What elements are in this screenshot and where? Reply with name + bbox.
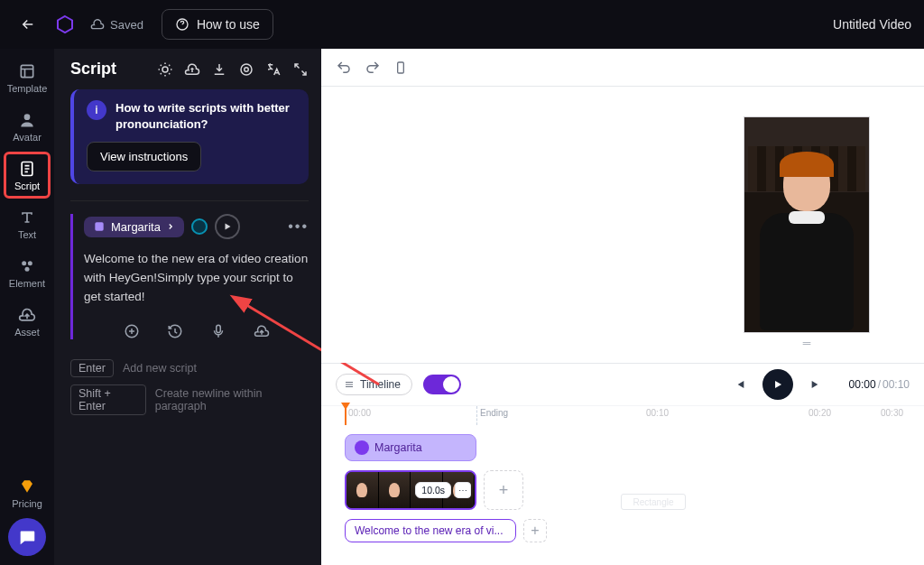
script-icon	[17, 159, 37, 179]
script-panel: Script i How to write scripts with bette…	[54, 49, 321, 565]
ending-label: Ending	[480, 408, 508, 418]
svg-rect-12	[216, 325, 220, 332]
avatar-name-chip[interactable]: Margarita	[84, 217, 184, 237]
svg-point-7	[162, 67, 168, 72]
rail-avatar[interactable]: Avatar	[4, 103, 51, 150]
logo-icon	[52, 12, 78, 37]
rail-template[interactable]: Template	[4, 54, 51, 101]
tracks: Margarita 1 10.0s ⋯ + Welcome to the	[321, 425, 924, 565]
inspire-icon[interactable]	[157, 61, 173, 78]
svg-point-5	[28, 261, 32, 265]
diamond-icon	[17, 477, 37, 496]
timeline-toggle[interactable]	[423, 375, 461, 394]
pronunciation-callout: i How to write scripts with better prono…	[70, 89, 309, 184]
info-icon: i	[87, 100, 106, 120]
ai-icon[interactable]	[238, 61, 254, 78]
script-block: Margarita ••• Welcome to the new era of …	[70, 214, 309, 339]
chevron-right-icon	[166, 222, 175, 231]
svg-point-4	[22, 261, 26, 265]
redo-button[interactable]	[365, 60, 381, 76]
mic-icon[interactable]	[210, 323, 226, 339]
back-button[interactable]	[13, 9, 43, 40]
view-instructions-button[interactable]: View instructions	[87, 142, 201, 171]
svg-point-9	[241, 64, 252, 75]
add-pause-icon[interactable]	[124, 323, 140, 339]
voice-select[interactable]	[191, 218, 208, 235]
duration-chip[interactable]: 10.0s	[415, 482, 451, 498]
rail-element[interactable]: Element	[4, 249, 51, 296]
video-clip[interactable]: 1 10.0s ⋯	[345, 470, 476, 510]
person-icon	[93, 220, 106, 233]
avatar-track-clip[interactable]: Margarita	[345, 434, 476, 461]
avatar-element[interactable]	[744, 116, 870, 333]
device-preview-button[interactable]	[393, 59, 408, 77]
canvas[interactable]: ═	[321, 87, 924, 363]
add-scene-button[interactable]: +	[484, 470, 523, 510]
support-chat-button[interactable]	[8, 518, 46, 556]
history-icon[interactable]	[167, 323, 183, 339]
rail-pricing[interactable]: Pricing	[4, 469, 51, 516]
skip-forward-button[interactable]	[809, 377, 824, 392]
avatar-thumb-icon	[355, 440, 369, 455]
hint-enter: Enter Add new script	[70, 359, 309, 377]
text-icon	[17, 208, 37, 227]
lines-icon	[344, 379, 355, 390]
svg-rect-14	[398, 62, 404, 73]
block-more-button[interactable]: •••	[288, 218, 309, 235]
undo-button[interactable]	[336, 60, 352, 76]
svg-point-6	[25, 267, 30, 272]
timeline-chip[interactable]: Timeline	[336, 374, 412, 395]
key-enter: Enter	[70, 359, 114, 377]
key-shift-enter: Shift + Enter	[70, 384, 146, 415]
resize-handle-icon[interactable]: ═	[803, 337, 811, 349]
side-rail: Template Avatar Script Text Element Asse…	[0, 49, 54, 565]
time-ruler[interactable]: 00:00 Ending 00:10 00:20 00:30	[321, 405, 924, 425]
skip-back-button[interactable]	[732, 377, 746, 392]
callout-text: How to write scripts with better pronoun…	[116, 100, 296, 133]
how-to-use-label: How to use	[197, 17, 260, 32]
chat-icon	[17, 527, 37, 547]
download-icon[interactable]	[211, 61, 227, 78]
svg-point-8	[245, 67, 249, 71]
asset-icon	[17, 305, 37, 325]
rail-asset[interactable]: Asset	[4, 298, 51, 345]
project-title[interactable]: Untitled Video	[833, 17, 911, 32]
expand-icon[interactable]	[292, 61, 309, 78]
ending-marker[interactable]	[476, 406, 477, 425]
timeline-strip: Timeline 00:00 / 00:10	[321, 363, 924, 565]
preview-play-button[interactable]	[215, 214, 240, 239]
translate-icon[interactable]	[265, 61, 282, 78]
stage: ═ Timeline 00:00	[321, 49, 924, 565]
rectangle-ghost: Rectangle	[621, 494, 686, 510]
rail-script[interactable]: Script	[4, 152, 51, 199]
how-to-use-button[interactable]: How to use	[162, 9, 273, 40]
play-button[interactable]	[762, 369, 793, 400]
svg-point-2	[24, 114, 31, 120]
svg-rect-10	[95, 223, 103, 231]
play-icon	[772, 378, 784, 391]
cloud-upload-icon[interactable]	[254, 323, 270, 339]
saved-indicator: Saved	[90, 17, 143, 32]
script-clip[interactable]: Welcome to the new era of vi...	[345, 519, 516, 542]
template-icon	[17, 61, 37, 81]
saved-label: Saved	[110, 18, 143, 32]
question-icon	[175, 17, 189, 32]
cloud-icon	[90, 17, 105, 32]
clip-more-button[interactable]: ⋯	[455, 482, 471, 498]
hint-shift-enter: Shift + Enter Create newline within para…	[70, 384, 309, 415]
time-display: 00:00 / 00:10	[849, 378, 910, 391]
divider	[70, 200, 309, 201]
rail-text[interactable]: Text	[4, 200, 51, 247]
avatar-icon	[17, 110, 37, 130]
panel-title: Script	[70, 60, 116, 79]
upload-icon[interactable]	[184, 61, 200, 78]
top-bar: Saved How to use Untitled Video	[0, 0, 924, 49]
script-text[interactable]: Welcome to the new era of video creation…	[84, 250, 309, 307]
play-icon	[222, 221, 233, 232]
playhead[interactable]	[345, 406, 346, 425]
element-icon	[17, 256, 37, 276]
svg-rect-1	[21, 65, 32, 77]
add-script-clip-button[interactable]: +	[523, 519, 547, 542]
